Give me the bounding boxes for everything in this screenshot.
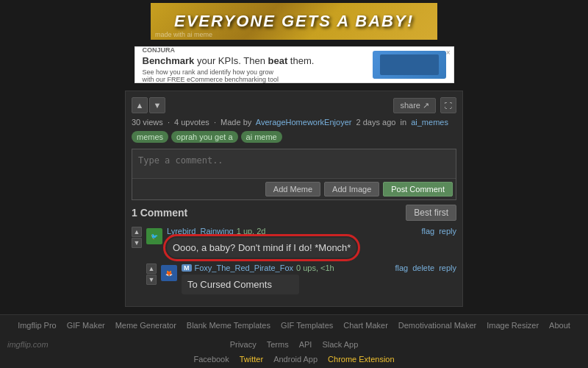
avatar: 🦊 (161, 265, 177, 281)
made-by-label: Made by (220, 118, 251, 127)
page-footer: Imgflip Pro GIF Maker Meme Generator Bla… (0, 314, 588, 368)
footer-link-slack[interactable]: Slack App (322, 340, 358, 349)
time-ago: 2 days ago (356, 118, 396, 127)
comment-text: Oooo, a baby? Don't mind if I do! *Monch… (167, 238, 356, 258)
footer-link-android[interactable]: Android App (273, 355, 318, 364)
meme-watermark: made with ai meme (155, 31, 212, 38)
footer-link-gif-maker[interactable]: GIF Maker (67, 321, 105, 330)
footer-bottom: Facebook Twitter Android App Chrome Exte… (0, 355, 588, 368)
comment-item: ▲ ▼ 🐦 Lyrebird_Rainwing 1 up, 2d Oooo, a… (132, 227, 456, 258)
comment-vote: ▲ ▼ (146, 263, 157, 294)
comments-header: 1 Comment Best first (132, 205, 456, 221)
author-link[interactable]: AverageHomeworkEnjoyer (256, 118, 352, 127)
comment-vote: ▲ ▼ (132, 227, 142, 258)
meta-info: 30 views · 4 upvotes · Made by AverageHo… (132, 118, 456, 127)
delete-link[interactable]: delete (412, 263, 434, 294)
share-bar: ▲ ▼ share ↗ ⛶ (132, 97, 456, 113)
upvote-count: 4 upvotes (174, 118, 209, 127)
ad-close-button[interactable]: × (446, 49, 451, 57)
reply-link[interactable]: reply (439, 227, 456, 258)
vote-buttons: ▲ ▼ (132, 97, 165, 113)
meme-banner-text: EVERYONE GETS A BABY! (174, 12, 414, 31)
in-text: in (401, 118, 407, 127)
share-right: share ↗ ⛶ (393, 97, 456, 113)
comment-text: To Cursed Coments (182, 275, 299, 294)
footer-link-meme-gen[interactable]: Meme Generator (115, 321, 176, 330)
post-comment-button[interactable]: Post Comment (383, 182, 453, 197)
footer-link-demotivational[interactable]: Demotivational Maker (398, 321, 476, 330)
comment-item: ▲ ▼ 🦊 M Foxy_The_Red_Pirate_Fox 0 ups, <… (146, 263, 456, 294)
share-icon: ↗ (423, 101, 429, 110)
footer-link-api[interactable]: API (299, 340, 312, 349)
tag-ai-meme[interactable]: ai meme (241, 131, 282, 143)
thumb-up-button[interactable]: ▲ (132, 97, 148, 113)
add-meme-button[interactable]: Add Meme (265, 182, 320, 197)
fullscreen-button[interactable]: ⛶ (440, 97, 456, 113)
community-link[interactable]: ai_memes (411, 118, 448, 127)
comment-meta: M Foxy_The_Red_Pirate_Fox 0 ups, <1h (182, 263, 390, 272)
view-count: 30 views (132, 118, 163, 127)
ad-subtext: See how you rank and identify how you gr… (143, 68, 373, 83)
meme-banner: EVERYONE GETS A BABY! made with ai meme (151, 3, 437, 40)
share-label: share (400, 101, 420, 110)
sort-button[interactable]: Best first (406, 205, 456, 221)
add-image-button[interactable]: Add Image (324, 182, 379, 197)
comments-count: 1 Comment (132, 207, 187, 219)
share-button[interactable]: share ↗ (393, 98, 436, 113)
footer-link-pro[interactable]: Imgflip Pro (18, 321, 57, 330)
ad-image (373, 51, 446, 79)
footer-link-twitter[interactable]: Twitter (240, 355, 263, 364)
comment-score: 1 up, 2d (237, 227, 266, 236)
comment-actions: Add Meme Add Image Post Comment (132, 178, 456, 199)
comment-score: 0 ups, <1h (296, 263, 334, 272)
comment-upvote[interactable]: ▲ (132, 227, 142, 237)
main-content: ▲ ▼ share ↗ ⛶ 30 views · 4 upvotes · Mad… (125, 91, 463, 307)
comment-downvote[interactable]: ▼ (146, 275, 157, 285)
flag-link[interactable]: flag (421, 227, 434, 258)
ad-banner: CONJURA Benchmark your KPIs. Then beat t… (135, 46, 454, 83)
comment-username[interactable]: Lyrebird_Rainwing (167, 227, 234, 236)
ad-headline-benchmark: Benchmark (143, 55, 195, 66)
footer-link-chart-maker[interactable]: Chart Maker (343, 321, 388, 330)
reply-link[interactable]: reply (439, 263, 456, 294)
ad-headline-beat: beat (268, 55, 288, 66)
footer-link-about[interactable]: About (549, 321, 570, 330)
mod-badge: M (182, 264, 192, 272)
ad-logo: CONJURA (143, 46, 373, 54)
imgflip-logo: imgflip.com (7, 340, 49, 349)
comment-body: Lyrebird_Rainwing 1 up, 2d Oooo, a baby?… (167, 227, 417, 258)
avatar: 🐦 (146, 228, 162, 244)
comment-input[interactable] (132, 149, 456, 176)
footer-link-chrome[interactable]: Chrome Extension (328, 355, 395, 364)
footer-link-privacy[interactable]: Privacy (230, 340, 257, 349)
ad-headline: Benchmark your KPIs. Then beat them. (143, 55, 373, 68)
footer-link-gif-templates[interactable]: GIF Templates (281, 321, 333, 330)
comment-flags: flag reply (421, 227, 456, 258)
tag-oprah[interactable]: oprah you get a (171, 131, 237, 143)
flag-link[interactable]: flag (395, 263, 408, 294)
comment-downvote[interactable]: ▼ (132, 238, 142, 248)
footer-link-terms[interactable]: Terms (267, 340, 289, 349)
comment-box: Add Meme Add Image Post Comment (132, 149, 456, 200)
comment-upvote[interactable]: ▲ (146, 263, 157, 274)
comment-body: M Foxy_The_Red_Pirate_Fox 0 ups, <1h To … (182, 263, 390, 294)
thumb-down-button[interactable]: ▼ (149, 97, 165, 113)
footer-link-image-resizer[interactable]: Image Resizer (487, 321, 539, 330)
footer-link-facebook[interactable]: Facebook (193, 355, 229, 364)
tags-container: memes oprah you get a ai meme (132, 131, 456, 143)
footer-links: Imgflip Pro GIF Maker Meme Generator Bla… (0, 315, 588, 355)
tag-memes[interactable]: memes (132, 131, 168, 143)
comment-meta: Lyrebird_Rainwing 1 up, 2d (167, 227, 417, 236)
comment-username[interactable]: Foxy_The_Red_Pirate_Fox (195, 263, 294, 272)
comment-flags: flag delete reply (395, 263, 456, 294)
footer-link-blank-meme[interactable]: Blank Meme Templates (187, 321, 270, 330)
